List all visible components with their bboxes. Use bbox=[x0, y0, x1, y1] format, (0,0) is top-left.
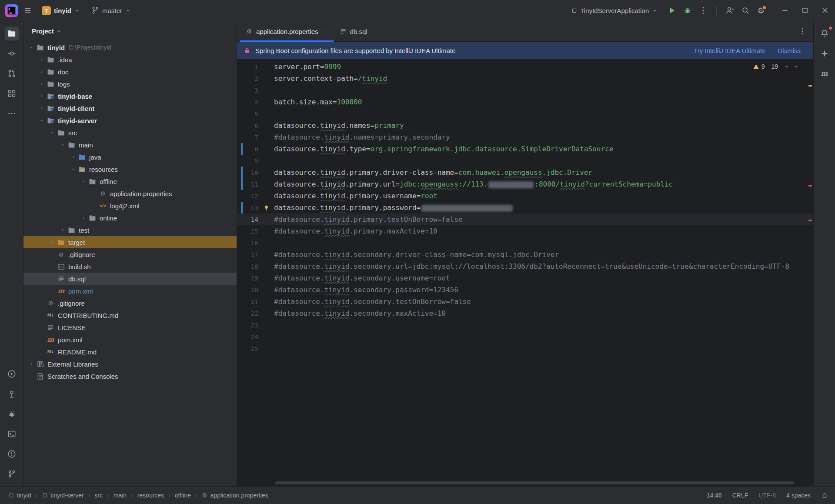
tree-item-target[interactable]: target bbox=[23, 236, 237, 248]
breadcrumb-src[interactable]: src bbox=[93, 491, 104, 500]
version-control-tool-button[interactable] bbox=[5, 467, 19, 481]
tree-item-contributing.md[interactable]: M↓CONTRIBUTING.md bbox=[23, 309, 237, 321]
maven-tool-button[interactable]: m bbox=[818, 67, 832, 80]
tree-item-logs[interactable]: logs bbox=[23, 78, 237, 90]
tab-close-icon[interactable] bbox=[323, 29, 327, 34]
tree-item-tinyid[interactable]: tinyidC:\Project\tinyid bbox=[23, 41, 237, 53]
tree-item-build.sh[interactable]: build.sh bbox=[23, 260, 237, 273]
project-tool-button[interactable] bbox=[5, 27, 19, 40]
close-button[interactable] bbox=[815, 0, 835, 21]
file-encoding[interactable]: UTF-8 bbox=[758, 492, 776, 499]
code-line-22[interactable]: 22#datasource.tinyid.secondary.maxActive… bbox=[237, 307, 813, 319]
debug-button[interactable] bbox=[683, 6, 692, 15]
code-line-1[interactable]: 1server.port=9999 bbox=[237, 61, 813, 73]
tab-application.properties[interactable]: ⚙application.properties bbox=[240, 21, 334, 41]
debug-tool-button[interactable] bbox=[5, 407, 19, 421]
tab-options-icon[interactable] bbox=[798, 27, 806, 35]
run-button[interactable] bbox=[668, 6, 676, 15]
main-menu-button[interactable] bbox=[21, 4, 34, 17]
problems-tool-button[interactable] bbox=[5, 447, 19, 461]
scrollbar-thumb[interactable] bbox=[275, 481, 794, 484]
code-line-21[interactable]: 21#datasource.tinyid.secondary.testOnBor… bbox=[237, 296, 813, 307]
user-add-button[interactable] bbox=[725, 6, 734, 15]
code-line-8[interactable]: 8datasource.tinyid.type=org.springframew… bbox=[237, 143, 813, 155]
code-line-2[interactable]: 2server.context-path=/tinyid bbox=[237, 73, 813, 84]
tree-item-tinyid-base[interactable]: tinyid-base bbox=[23, 90, 237, 102]
chevron-right-icon[interactable] bbox=[57, 224, 68, 236]
code-line-18[interactable]: 18#datasource.tinyid.secondary.url=jdbc:… bbox=[237, 260, 813, 272]
code-line-4[interactable]: 4batch.size.max=100000 bbox=[237, 96, 813, 108]
code-line-17[interactable]: 17#datasource.tinyid.secondary.driver-cl… bbox=[237, 249, 813, 260]
search-button[interactable] bbox=[741, 6, 750, 15]
maximize-button[interactable] bbox=[795, 0, 815, 21]
inspections-widget[interactable]: 9 19 bbox=[750, 62, 802, 71]
tree-item-application.properties[interactable]: ⚙application.properties bbox=[23, 187, 237, 200]
run-config-widget[interactable]: TinyIdServerApplication bbox=[568, 5, 661, 17]
code-line-14[interactable]: 14#datasource.tinyid.primary.testOnBorro… bbox=[237, 214, 813, 225]
pull-requests-tool-button[interactable] bbox=[5, 67, 19, 80]
tree-item-offline[interactable]: offline bbox=[23, 175, 237, 187]
tree-item-readme.md[interactable]: M↓README.md bbox=[23, 346, 237, 358]
code-line-15[interactable]: 15#datasource.tinyid.primary.maxActive=1… bbox=[237, 225, 813, 237]
chevron-right-icon[interactable] bbox=[26, 358, 37, 370]
horizontal-scrollbar[interactable] bbox=[275, 481, 805, 484]
tree-item-online[interactable]: online bbox=[23, 212, 237, 224]
indent[interactable]: 4 spaces bbox=[786, 492, 811, 499]
chevron-down-icon[interactable] bbox=[57, 139, 68, 151]
branch-widget[interactable]: master bbox=[87, 4, 135, 17]
warning-stripe-mark[interactable] bbox=[808, 85, 812, 87]
project-widget[interactable]: T tinyid bbox=[38, 4, 84, 17]
code-line-13[interactable]: 13datasource.tinyid.primary.password= bbox=[237, 202, 813, 214]
tree-item-java[interactable]: java bbox=[23, 151, 237, 163]
code-line-16[interactable]: 16 bbox=[237, 237, 813, 249]
tree-item-log4j2.xml[interactable]: </>log4j2.xml bbox=[23, 200, 237, 212]
commit-tool-button[interactable] bbox=[5, 47, 19, 60]
chevron-down-icon[interactable] bbox=[78, 175, 89, 187]
code-line-19[interactable]: 19#datasource.tinyid.secondary.username=… bbox=[237, 272, 813, 284]
tree-item-test[interactable]: test bbox=[23, 224, 237, 236]
chevron-down-icon[interactable] bbox=[26, 41, 37, 53]
tree-item-src[interactable]: src bbox=[23, 127, 237, 139]
chevron-right-icon[interactable] bbox=[37, 78, 47, 90]
try-ultimate-link[interactable]: Try IntelliJ IDEA Ultimate bbox=[694, 47, 765, 54]
chevron-right-icon[interactable] bbox=[37, 90, 47, 102]
notifications-button[interactable] bbox=[818, 27, 832, 40]
breadcrumb-application.properties[interactable]: ⚙application.properties bbox=[200, 491, 270, 500]
tree-item-tinyid-server[interactable]: tinyid-server bbox=[23, 114, 237, 127]
run-tool-button[interactable] bbox=[5, 367, 19, 381]
line-separator[interactable]: CRLF bbox=[732, 492, 748, 499]
tree-item-scratches-and-consoles[interactable]: Scratches and Consoles bbox=[23, 370, 237, 382]
services-tool-button[interactable] bbox=[5, 387, 19, 401]
code-line-11[interactable]: 11datasource.tinyid.primary.url=jdbc:ope… bbox=[237, 178, 813, 190]
code-line-25[interactable]: 25 bbox=[237, 343, 813, 354]
settings-button[interactable]: ⚙ bbox=[757, 6, 765, 15]
chevron-right-icon[interactable] bbox=[68, 151, 78, 163]
tree-item-pom.xml[interactable]: mpom.xml bbox=[23, 334, 237, 346]
chevron-right-icon[interactable] bbox=[78, 212, 89, 224]
ai-assistant-button[interactable] bbox=[818, 47, 832, 60]
code-line-24[interactable]: 24 bbox=[237, 331, 813, 343]
chevron-right-icon[interactable] bbox=[37, 102, 47, 114]
error-stripe-mark[interactable] bbox=[808, 220, 812, 221]
code-line-20[interactable]: 20#datasource.tinyid.secondary.password=… bbox=[237, 284, 813, 296]
code-line-6[interactable]: 6datasource.tinyid.names=primary bbox=[237, 120, 813, 131]
chevron-down-icon[interactable] bbox=[37, 114, 47, 127]
tree-item-tinyid-client[interactable]: tinyid-client bbox=[23, 102, 237, 114]
more-tools-button[interactable] bbox=[5, 107, 19, 120]
structure-tool-button[interactable] bbox=[5, 87, 19, 100]
intention-bulb-icon[interactable] bbox=[258, 204, 274, 211]
tree-item-.idea[interactable]: .idea bbox=[23, 53, 237, 66]
tree-item-external-libraries[interactable]: External Libraries bbox=[23, 358, 237, 370]
dismiss-link[interactable]: Dismiss bbox=[778, 47, 801, 54]
tree-item-pom.xml[interactable]: mpom.xml bbox=[23, 285, 237, 297]
minimize-button[interactable] bbox=[775, 0, 795, 21]
code-line-7[interactable]: 7#datasource.tinyid.names=primary,second… bbox=[237, 131, 813, 143]
tree-item-db.sql[interactable]: db.sql bbox=[23, 273, 237, 285]
prev-issue-icon[interactable] bbox=[784, 63, 790, 70]
chevron-right-icon[interactable] bbox=[37, 53, 47, 66]
breadcrumb-tinyid-server[interactable]: tinyid-server bbox=[40, 491, 85, 500]
chevron-right-icon[interactable] bbox=[37, 66, 47, 78]
breadcrumb-offline[interactable]: offline bbox=[174, 491, 192, 500]
code-line-3[interactable]: 3 bbox=[237, 84, 813, 96]
code-line-5[interactable]: 5 bbox=[237, 108, 813, 120]
